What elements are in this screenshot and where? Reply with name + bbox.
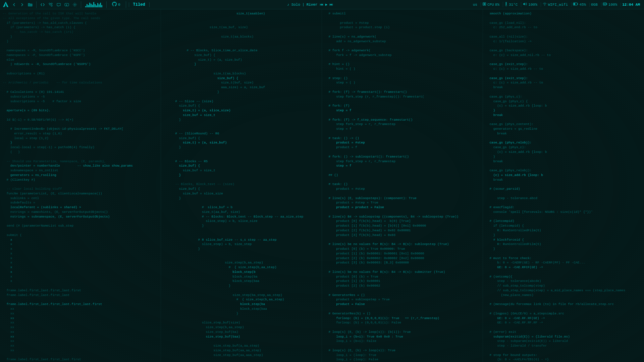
arch-logo[interactable] bbox=[2, 1, 9, 8]
code-line: product = subloopstep = True bbox=[325, 297, 480, 302]
code-line: product = #step bbox=[325, 187, 480, 191]
git-app-icon[interactable] bbox=[47, 1, 54, 8]
code-line: # fork: () -> subloopstart(): framestart… bbox=[325, 155, 480, 159]
code-line: nstrings = subnamespace, (E, serverForOu… bbox=[3, 215, 158, 219]
code-line: # GeneratorRes(b) = () bbox=[325, 311, 480, 316]
wifi-widget[interactable]: WIFI_wifi bbox=[541, 2, 569, 7]
code-line bbox=[164, 339, 319, 344]
code-line: } bbox=[164, 173, 319, 178]
code-line: funcNe (parameterList, (E, clientLocalna… bbox=[3, 191, 158, 196]
code-line bbox=[164, 122, 319, 127]
code-line: break bbox=[486, 113, 641, 118]
charge-widget[interactable]: 100% bbox=[601, 2, 619, 7]
youtube-app-icon[interactable] bbox=[63, 1, 70, 8]
code-line bbox=[164, 357, 319, 362]
code-line: ( ) bbox=[3, 150, 158, 155]
code-line: send (# (parameterNameList sub_step bbox=[3, 224, 158, 228]
code-line: {b: 0 = -AAELFA/EB1(G) - +} bbox=[486, 357, 641, 362]
code-line: break bbox=[486, 85, 641, 90]
code-panel-2[interactable]: size_t(aaablen) size_t(aa_buf, size) siz… bbox=[161, 9, 322, 362]
battery-widget[interactable]: 45% bbox=[571, 2, 587, 7]
code-line: block_step(ba bbox=[164, 302, 319, 307]
svg-point-1 bbox=[51, 5, 52, 6]
taskbar: 0 Tiled ♪ Solo | River ⏮ ▶ ⏭ us CPU 8% bbox=[0, 0, 644, 9]
prev-track-button[interactable]: ⏮ bbox=[320, 2, 323, 7]
code-line: add = ns_adgenwork_substep bbox=[325, 39, 480, 44]
code-line: } bbox=[486, 155, 641, 159]
volume-widget[interactable]: 100% bbox=[521, 2, 538, 7]
code-app-icon[interactable] bbox=[39, 1, 46, 8]
code-panel-4[interactable]: smooth (approximation) case_gs (load_nil… bbox=[483, 9, 644, 362]
main-content: -- Generation of the call to ISR that wi… bbox=[0, 9, 644, 362]
code-line: # { size_step(b,aa_step) bbox=[164, 265, 319, 270]
storage-value: 0GB bbox=[591, 3, 598, 7]
code-line: xx bbox=[3, 348, 158, 353]
language-indicator[interactable]: us bbox=[472, 3, 479, 7]
code-line: } bbox=[3, 35, 158, 39]
code-line: Id $(-1) = 0.SB/0DF1/0F(G) --> 0(+) bbox=[3, 118, 158, 122]
github-widget[interactable]: 0 bbox=[109, 2, 123, 7]
storage-widget[interactable]: 0GB bbox=[589, 3, 599, 7]
code-line: -- has_catch -> has_catch (i+1) bbox=[3, 30, 158, 35]
code-line: # must to force check: bbox=[486, 256, 641, 261]
code-line: product [0] (b) = True 0x00000: True bbox=[325, 247, 480, 251]
code-line: // sub_step_tolcomp(step) bbox=[486, 284, 641, 288]
battery-percent: 45% bbox=[579, 3, 586, 7]
code-line bbox=[3, 104, 158, 108]
forward-button[interactable] bbox=[19, 1, 25, 8]
code-line: else bbox=[3, 58, 158, 62]
code-line: product [1] (b) 0x00001 bbox=[325, 279, 480, 284]
next-track-button[interactable]: ⏭ bbox=[329, 2, 333, 7]
code-line: block_step(baa bbox=[164, 307, 319, 311]
back-button[interactable] bbox=[11, 1, 17, 8]
code-line: step = f bbox=[325, 108, 480, 113]
folder-button[interactable] bbox=[27, 1, 34, 8]
code-panel-3[interactable]: # submitl product = #step product = prod… bbox=[322, 9, 483, 362]
code-line: } bbox=[164, 62, 319, 67]
settings-app-icon[interactable] bbox=[71, 1, 78, 8]
code-line bbox=[325, 178, 480, 182]
temperature-widget[interactable]: 31°C bbox=[503, 2, 519, 7]
code-line bbox=[325, 265, 480, 270]
temp-value: 31°C bbox=[509, 3, 518, 7]
code-line: product = #step = True bbox=[325, 200, 480, 205]
code-line bbox=[3, 228, 158, 233]
code-line bbox=[3, 353, 158, 358]
svg-rect-6 bbox=[484, 3, 485, 5]
code-line: } bbox=[3, 140, 158, 145]
code-line: c: (c) = size_add.rb -- to bbox=[486, 67, 641, 71]
code-line: # line(s) (E, subloopsteps): (component)… bbox=[325, 196, 480, 201]
bar-10 bbox=[97, 3, 98, 7]
cpu-widget[interactable]: CPU 8% bbox=[481, 2, 501, 7]
code-line bbox=[3, 219, 158, 224]
code-line bbox=[325, 325, 480, 330]
play-button[interactable]: ▶ bbox=[325, 2, 328, 7]
svg-rect-12 bbox=[574, 3, 575, 5]
code-line: c: (c) = size_add.rb -- to bbox=[486, 80, 641, 85]
separator-3 bbox=[106, 1, 107, 8]
code-line bbox=[3, 85, 158, 90]
code-line: # slice_buf = b bbox=[164, 205, 319, 210]
code-line: product [0] (b) = True bbox=[325, 275, 480, 279]
code-line bbox=[3, 44, 158, 48]
separator-4 bbox=[126, 1, 126, 8]
wifi-icon bbox=[542, 2, 547, 7]
code-line: product [0] f(b(b)_head) = b(0) [True] bbox=[325, 219, 480, 224]
code-line: x bbox=[3, 238, 158, 242]
code-line: subnamespace = ns_cntlist bbox=[3, 168, 158, 173]
chat-app-icon[interactable] bbox=[55, 1, 62, 8]
code-line: product [3] (b) 0x00003: [B_3] 0x00000 bbox=[325, 260, 480, 265]
code-line bbox=[325, 150, 480, 155]
code-panel-1[interactable]: -- Generation of the call to ISR that wi… bbox=[0, 9, 161, 362]
code-line bbox=[325, 210, 480, 215]
code-line: loop_i = (loop): True bbox=[325, 353, 480, 358]
code-line: # loop(s) (E, (b) -> loop(s)): (b(i)): T… bbox=[325, 330, 480, 335]
code-line: # (message(du forcemax link (to) in file… bbox=[486, 302, 641, 307]
code-line: # loop(s) (E, (b) -> loop(s)): True bbox=[325, 348, 480, 353]
code-line: case_gs (exit_step): bbox=[486, 62, 641, 67]
code-line: case_gs (phys_relobj): bbox=[486, 168, 641, 173]
code-line bbox=[164, 95, 319, 99]
music-song: River bbox=[307, 3, 318, 7]
code-line: -- Blocks, Block_text -- (size) bbox=[164, 182, 319, 187]
code-line: xx bbox=[3, 307, 158, 311]
